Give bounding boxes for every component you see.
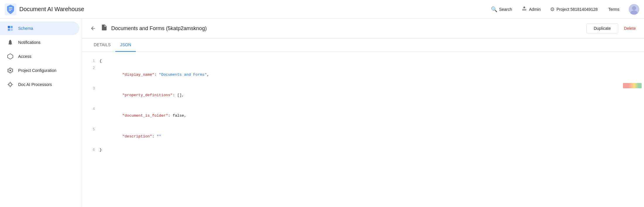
logo-icon — [5, 4, 16, 15]
app-title: Document AI Warehouse — [19, 6, 84, 13]
content-header: Documents and Forms (5katp2amsknog) Dupl… — [82, 19, 644, 38]
svg-point-7 — [632, 6, 636, 10]
sidebar-item-doc-ai-processors[interactable]: Doc AI Processors — [0, 78, 79, 91]
bell-icon — [7, 39, 13, 46]
sidebar-item-label: Doc AI Processors — [18, 82, 52, 87]
gear-icon: ⚙ — [550, 6, 555, 13]
admin-icon — [521, 6, 527, 13]
tab-json[interactable]: JSON — [115, 38, 136, 52]
svg-rect-15 — [9, 83, 11, 86]
json-field-display-name: "display_name": "Documents and Forms", — [100, 65, 209, 85]
project-label: Project 581814049128 — [556, 7, 598, 12]
sidebar-item-label: Schema — [18, 26, 33, 31]
minimap — [623, 83, 642, 88]
tab-details[interactable]: DETAILS — [89, 38, 115, 52]
line-number: 6 — [89, 147, 95, 153]
content-title: Documents and Forms (5katp2amsknog) — [111, 25, 583, 32]
access-icon — [7, 53, 13, 60]
sidebar-item-access[interactable]: Access — [0, 50, 79, 63]
action-buttons: Duplicate Delete — [586, 23, 637, 33]
sidebar: Schema Notifications Access — [0, 19, 82, 207]
sidebar-item-schema[interactable]: Schema — [0, 22, 79, 35]
line-number: 2 — [89, 65, 95, 72]
svg-rect-10 — [11, 26, 13, 28]
json-brace-close: } — [100, 146, 102, 153]
avatar[interactable] — [629, 4, 639, 15]
json-line-2: 2 "display_name": "Documents and Forms", — [89, 65, 637, 85]
json-line-4: 4 "document_is_folder": false, — [89, 106, 637, 126]
line-number: 1 — [89, 58, 95, 65]
search-icon: 🔍 — [491, 6, 497, 13]
document-icon — [101, 24, 108, 33]
sidebar-item-notifications[interactable]: Notifications — [0, 36, 79, 49]
json-content: 1 { 2 "display_name": "Documents and For… — [82, 52, 644, 159]
svg-rect-12 — [11, 29, 13, 31]
json-line-1: 1 { — [89, 58, 637, 65]
line-number: 5 — [89, 127, 95, 133]
json-field-description: "description": "" — [100, 126, 161, 146]
json-brace-open: { — [100, 58, 102, 64]
delete-button[interactable]: Delete — [623, 24, 637, 33]
sidebar-item-label: Access — [18, 54, 31, 59]
avatar-image — [629, 4, 639, 15]
admin-button[interactable]: Admin — [520, 3, 542, 15]
svg-rect-9 — [8, 26, 10, 28]
app-logo: Document AI Warehouse — [5, 4, 84, 15]
layout: Schema Notifications Access — [0, 19, 644, 207]
back-button[interactable] — [89, 24, 97, 32]
svg-rect-2 — [9, 9, 12, 9]
processor-icon — [7, 81, 13, 88]
json-line-3: 3 "property_definitions": [], — [89, 85, 637, 106]
svg-rect-3 — [9, 10, 11, 11]
main-content: Documents and Forms (5katp2amsknog) Dupl… — [82, 19, 644, 207]
json-line-5: 5 "description": "" — [89, 126, 637, 146]
sidebar-item-label: Notifications — [18, 40, 40, 45]
sidebar-item-project-configuration[interactable]: Project Configuration — [0, 64, 79, 77]
tabs: DETAILS JSON — [82, 38, 644, 52]
search-label: Search — [499, 7, 512, 12]
json-line-6: 6 } — [89, 146, 637, 153]
svg-marker-13 — [8, 54, 13, 59]
terms-button[interactable]: Terms — [606, 5, 622, 14]
svg-rect-11 — [8, 29, 10, 31]
json-field-property-definitions: "property_definitions": [], — [100, 85, 184, 106]
sidebar-item-label: Project Configuration — [18, 68, 56, 73]
json-field-document-is-folder: "document_is_folder": false, — [100, 106, 186, 126]
settings-icon — [7, 67, 13, 74]
svg-point-14 — [9, 70, 11, 71]
line-number: 3 — [89, 86, 95, 92]
duplicate-button[interactable]: Duplicate — [586, 23, 618, 33]
svg-rect-1 — [9, 7, 12, 8]
admin-label: Admin — [529, 7, 541, 12]
schema-icon — [7, 25, 13, 32]
header: Document AI Warehouse 🔍 Search Admin ⚙ P… — [0, 0, 644, 19]
project-button[interactable]: ⚙ Project 581814049128 — [549, 4, 599, 15]
search-button[interactable]: 🔍 Search — [490, 4, 513, 15]
header-actions: 🔍 Search Admin ⚙ Project 581814049128 Te… — [490, 3, 639, 15]
line-number: 4 — [89, 106, 95, 113]
